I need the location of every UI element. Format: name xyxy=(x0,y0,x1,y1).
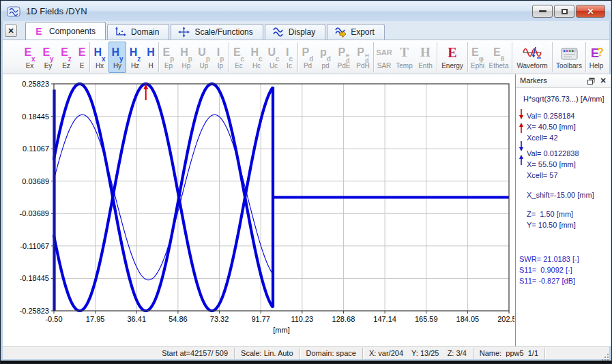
e-icon: E xyxy=(78,42,86,61)
toolbar-button-waveform[interactable]: Waveform xyxy=(513,42,551,73)
toolbar-button-ey[interactable]: EyEy xyxy=(39,42,57,73)
float-window-icon xyxy=(587,78,595,85)
x-axis-tick-label: 184.05 xyxy=(456,315,480,323)
window-title: 1D Fields /DYN xyxy=(26,6,87,16)
toolbar-button-ex[interactable]: ExEx xyxy=(20,42,39,73)
y-axis-tick-label: -0.18445 xyxy=(20,274,49,282)
y-axis-tick-label: 0.03689 xyxy=(22,177,49,185)
toolbar-button-pd[interactable]: PdPd xyxy=(299,42,317,73)
marker-1-line-1: Val= 0.258184 xyxy=(527,112,574,120)
ribbon-close-button[interactable]: ✕ xyxy=(5,25,17,37)
x-axis-tick-label: 110.23 xyxy=(291,315,313,323)
toolbar-button-pd2[interactable]: pdpd xyxy=(317,42,334,73)
app-waves-icon xyxy=(7,6,20,17)
toolbar-button-energy[interactable]: EEnergy xyxy=(438,42,467,73)
toolbar-button-toolbars[interactable]: Toolbars xyxy=(553,42,585,73)
toolbar-button-pde[interactable]: PEdPdE xyxy=(334,42,353,73)
x-axis-tick-label: 147.14 xyxy=(373,315,396,323)
toolbar-button-hy[interactable]: HyHy xyxy=(108,42,126,73)
toolbar-button-help[interactable]: E?Help xyxy=(587,42,606,73)
marker-z-line: Z= 1.50 [mm] xyxy=(527,210,573,218)
toolbar-separator xyxy=(552,42,553,72)
domain-axes-icon xyxy=(115,27,126,37)
field-plot[interactable]: -0.5017.9536.4154.8673.3291.77110.23128.… xyxy=(3,74,514,346)
minimize-button[interactable] xyxy=(532,5,553,18)
toolbar-button-e[interactable]: EE xyxy=(75,42,89,73)
pdh-icon: PHd xyxy=(357,42,368,61)
toolbar-label-enth: Enth xyxy=(418,61,433,71)
tab-domain[interactable]: Domain xyxy=(107,24,169,40)
display-waves-icon xyxy=(272,27,284,37)
hc-icon: Hc xyxy=(250,42,262,61)
ribbon: EComponentsDomainScale/FunctionsDisplayE… xyxy=(3,21,609,74)
up-icon: Up xyxy=(198,42,210,61)
toolbar-button-pdh[interactable]: PHdPdH xyxy=(353,42,373,73)
toolbar-label-e: E xyxy=(80,61,85,71)
toolbar-button-ec[interactable]: EcEc xyxy=(230,42,248,73)
etheta-icon: Eθ xyxy=(493,42,504,61)
toolbar-label-toolbars: Toolbars xyxy=(556,61,582,71)
x-axis-tick-label: -0.50 xyxy=(45,315,62,323)
tab-components[interactable]: EComponents xyxy=(25,22,106,40)
close-button[interactable]: ✕ xyxy=(576,5,605,18)
toolbars-icon xyxy=(561,42,578,61)
marker-1-arrows-icon xyxy=(518,109,525,134)
ep-icon: Ep xyxy=(163,42,175,61)
toolbar-label-temp: Temp xyxy=(396,61,412,71)
marker-xshift-line: X_shift=-15.00 [mm] xyxy=(527,191,594,199)
result-line-2: S11= 0.9092 [-] xyxy=(519,266,572,274)
toolbar-label-waveform: Waveform xyxy=(516,61,547,71)
toolbar-button-hc[interactable]: HcHc xyxy=(248,42,265,73)
toolbar-button-ep[interactable]: EpEp xyxy=(160,42,177,73)
toolbar-label-energy: Energy xyxy=(441,61,463,71)
status-segment-3: Domain: space xyxy=(300,348,363,359)
markers-panel-header: Markers ✕ xyxy=(516,74,611,88)
toolbar-button-ip[interactable]: IpIp xyxy=(213,42,228,73)
result-line-3: S11= -0.827 [dB] xyxy=(519,277,575,285)
pd-icon: Pd xyxy=(302,42,314,61)
toolbar-button-enth[interactable]: HEnth xyxy=(415,42,436,73)
plot-canvas[interactable]: -0.5017.9536.4154.8673.3291.77110.23128.… xyxy=(3,74,514,346)
title-bar[interactable]: 1D Fields /DYN ✕ xyxy=(1,1,611,21)
markers-panel-title: Markers xyxy=(520,76,547,85)
uc-icon: Uc xyxy=(267,42,279,61)
marker-1-line-2: X= 40.50 [mm] xyxy=(527,123,576,131)
toolbar-button-ez[interactable]: EzEz xyxy=(57,42,75,73)
toolbar-button-hz[interactable]: HzHz xyxy=(126,42,144,73)
tab-export[interactable]: Export xyxy=(327,24,385,40)
sar-icon: SAR xyxy=(376,42,392,61)
toolbar-button-etheta[interactable]: EθEtheta xyxy=(486,42,511,73)
toolbar-button-sar[interactable]: SARSAR xyxy=(375,42,394,73)
toolbar-button-h[interactable]: HH xyxy=(144,42,158,73)
markers-float-button[interactable] xyxy=(587,76,596,85)
marker-y-line: Y= 10.50 [mm] xyxy=(527,221,576,229)
ribbon-toolbar: ExExEyEyEzEzEEHxHxHyHyHzHzHHEpEpHpHpUpUp… xyxy=(3,40,609,74)
y-axis-tick-label: -0.03689 xyxy=(20,209,49,217)
status-segment-5: Name: ppw5 1/1 xyxy=(473,348,545,359)
toolbar-label-etheta: Etheta xyxy=(489,61,509,71)
toolbar-button-ephi[interactable]: EφEphi xyxy=(469,42,486,73)
y-axis-tick-label: 0.18445 xyxy=(22,112,49,121)
maximize-button[interactable] xyxy=(554,5,574,18)
markers-close-button[interactable]: ✕ xyxy=(598,76,608,85)
waveform-icon xyxy=(523,42,542,61)
toolbar-button-temp[interactable]: TTemp xyxy=(394,42,415,73)
y-axis-tick-label: 0.11067 xyxy=(23,145,49,153)
ec-icon: Ec xyxy=(233,42,244,61)
plot-marker-1-arrow[interactable] xyxy=(143,84,148,100)
toolbar-button-up[interactable]: UpUp xyxy=(195,42,213,73)
maximize-icon xyxy=(562,9,568,14)
tab-label-domain: Domain xyxy=(131,27,159,37)
tab-display[interactable]: Display xyxy=(265,24,325,40)
toolbar-button-hx[interactable]: HxHx xyxy=(91,42,108,73)
toolbar-button-ic[interactable]: IcIc xyxy=(282,42,297,73)
toolbar-separator xyxy=(297,42,298,72)
x-axis-tick-label: 36.41 xyxy=(128,315,147,323)
x-axis-unit-label: [mm] xyxy=(273,326,289,334)
pde-icon: PEd xyxy=(338,42,349,61)
minimize-icon xyxy=(539,10,547,12)
x-axis-tick-label: 54.86 xyxy=(169,315,188,323)
tab-scale-functions[interactable]: Scale/Functions xyxy=(171,24,263,40)
toolbar-button-uc[interactable]: UcUc xyxy=(265,42,282,73)
toolbar-button-hp[interactable]: HpHp xyxy=(177,42,195,73)
